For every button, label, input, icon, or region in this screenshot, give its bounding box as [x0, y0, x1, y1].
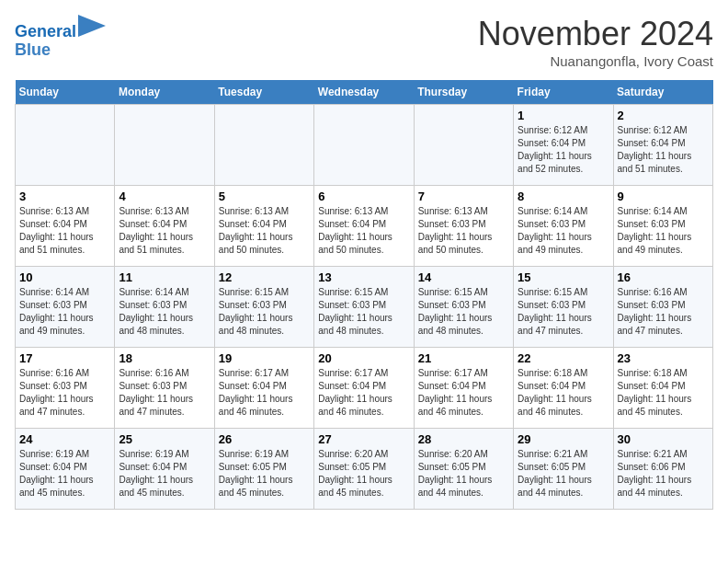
day-number: 13 [318, 270, 409, 284]
day-number: 16 [618, 270, 709, 284]
weekday-header: Thursday [414, 80, 513, 105]
day-number: 18 [119, 351, 210, 365]
calendar-cell: 28Sunrise: 6:20 AM Sunset: 6:05 PM Dayli… [414, 429, 513, 510]
page-header: General Blue November 2024 Nuanangonfla,… [15, 15, 713, 69]
weekday-header: Monday [115, 80, 214, 105]
calendar-cell: 20Sunrise: 6:17 AM Sunset: 6:04 PM Dayli… [314, 348, 414, 429]
day-number: 6 [318, 190, 409, 203]
day-info: Sunrise: 6:21 AM Sunset: 6:05 PM Dayligh… [518, 448, 609, 500]
day-number: 19 [219, 351, 310, 365]
calendar-week: 1Sunrise: 6:12 AM Sunset: 6:04 PM Daylig… [16, 105, 713, 186]
day-info: Sunrise: 6:14 AM Sunset: 6:03 PM Dayligh… [618, 205, 709, 257]
day-number: 27 [318, 432, 409, 446]
day-number: 9 [618, 190, 709, 203]
day-number: 30 [618, 432, 709, 446]
day-number: 2 [618, 109, 709, 122]
calendar-cell: 14Sunrise: 6:15 AM Sunset: 6:03 PM Dayli… [414, 267, 513, 348]
calendar-cell: 30Sunrise: 6:21 AM Sunset: 6:06 PM Dayli… [613, 429, 712, 510]
day-info: Sunrise: 6:17 AM Sunset: 6:04 PM Dayligh… [219, 367, 310, 419]
calendar-cell: 17Sunrise: 6:16 AM Sunset: 6:03 PM Dayli… [16, 348, 115, 429]
calendar-cell: 24Sunrise: 6:19 AM Sunset: 6:04 PM Dayli… [16, 429, 115, 510]
calendar-cell [414, 105, 513, 186]
calendar-cell: 1Sunrise: 6:12 AM Sunset: 6:04 PM Daylig… [514, 105, 613, 186]
day-number: 23 [618, 351, 709, 365]
day-info: Sunrise: 6:14 AM Sunset: 6:03 PM Dayligh… [119, 286, 210, 338]
day-number: 21 [418, 351, 509, 365]
weekday-row: SundayMondayTuesdayWednesdayThursdayFrid… [16, 80, 713, 105]
svg-marker-0 [78, 15, 106, 37]
day-info: Sunrise: 6:21 AM Sunset: 6:06 PM Dayligh… [618, 448, 709, 500]
weekday-header: Saturday [613, 80, 712, 105]
day-info: Sunrise: 6:14 AM Sunset: 6:03 PM Dayligh… [19, 286, 110, 338]
day-number: 10 [19, 270, 110, 284]
calendar-cell: 16Sunrise: 6:16 AM Sunset: 6:03 PM Dayli… [613, 267, 712, 348]
calendar-cell [16, 105, 115, 186]
calendar-body: 1Sunrise: 6:12 AM Sunset: 6:04 PM Daylig… [16, 105, 713, 510]
day-info: Sunrise: 6:19 AM Sunset: 6:04 PM Dayligh… [119, 448, 210, 500]
calendar-cell: 7Sunrise: 6:13 AM Sunset: 6:03 PM Daylig… [414, 186, 513, 267]
location: Nuanangonfla, Ivory Coast [478, 53, 713, 69]
day-info: Sunrise: 6:13 AM Sunset: 6:04 PM Dayligh… [119, 205, 210, 257]
day-number: 22 [518, 351, 609, 365]
day-info: Sunrise: 6:14 AM Sunset: 6:03 PM Dayligh… [518, 205, 609, 257]
day-info: Sunrise: 6:13 AM Sunset: 6:04 PM Dayligh… [318, 205, 409, 257]
day-number: 5 [219, 190, 310, 203]
day-info: Sunrise: 6:12 AM Sunset: 6:04 PM Dayligh… [518, 124, 609, 176]
calendar-cell: 15Sunrise: 6:15 AM Sunset: 6:03 PM Dayli… [514, 267, 613, 348]
day-number: 20 [318, 351, 409, 365]
weekday-header: Sunday [16, 80, 115, 105]
calendar-cell: 11Sunrise: 6:14 AM Sunset: 6:03 PM Dayli… [115, 267, 214, 348]
calendar-week: 17Sunrise: 6:16 AM Sunset: 6:03 PM Dayli… [16, 348, 713, 429]
calendar-cell: 13Sunrise: 6:15 AM Sunset: 6:03 PM Dayli… [314, 267, 414, 348]
day-number: 26 [219, 432, 310, 446]
logo-text: General Blue [15, 15, 106, 60]
calendar-week: 24Sunrise: 6:19 AM Sunset: 6:04 PM Dayli… [16, 429, 713, 510]
day-info: Sunrise: 6:12 AM Sunset: 6:04 PM Dayligh… [618, 124, 709, 176]
day-number: 24 [19, 432, 110, 446]
day-number: 17 [19, 351, 110, 365]
day-info: Sunrise: 6:19 AM Sunset: 6:04 PM Dayligh… [19, 448, 110, 500]
calendar-week: 10Sunrise: 6:14 AM Sunset: 6:03 PM Dayli… [16, 267, 713, 348]
day-number: 25 [119, 432, 210, 446]
logo-icon [78, 15, 106, 37]
day-number: 28 [418, 432, 509, 446]
logo: General Blue [15, 15, 106, 60]
calendar-cell: 29Sunrise: 6:21 AM Sunset: 6:05 PM Dayli… [514, 429, 613, 510]
day-number: 11 [119, 270, 210, 284]
day-number: 1 [518, 109, 609, 122]
day-info: Sunrise: 6:16 AM Sunset: 6:03 PM Dayligh… [119, 367, 210, 419]
calendar-cell: 18Sunrise: 6:16 AM Sunset: 6:03 PM Dayli… [115, 348, 214, 429]
day-number: 29 [518, 432, 609, 446]
month-title: November 2024 [478, 15, 713, 53]
weekday-header: Wednesday [314, 80, 414, 105]
calendar-cell: 23Sunrise: 6:18 AM Sunset: 6:04 PM Dayli… [613, 348, 712, 429]
day-number: 15 [518, 270, 609, 284]
day-info: Sunrise: 6:15 AM Sunset: 6:03 PM Dayligh… [219, 286, 310, 338]
calendar-header: SundayMondayTuesdayWednesdayThursdayFrid… [16, 80, 713, 105]
day-number: 7 [418, 190, 509, 203]
calendar-cell: 8Sunrise: 6:14 AM Sunset: 6:03 PM Daylig… [514, 186, 613, 267]
day-info: Sunrise: 6:17 AM Sunset: 6:04 PM Dayligh… [418, 367, 509, 419]
day-number: 14 [418, 270, 509, 284]
day-info: Sunrise: 6:16 AM Sunset: 6:03 PM Dayligh… [19, 367, 110, 419]
calendar-cell: 22Sunrise: 6:18 AM Sunset: 6:04 PM Dayli… [514, 348, 613, 429]
calendar-cell: 27Sunrise: 6:20 AM Sunset: 6:05 PM Dayli… [314, 429, 414, 510]
day-number: 3 [19, 190, 110, 203]
calendar-week: 3Sunrise: 6:13 AM Sunset: 6:04 PM Daylig… [16, 186, 713, 267]
calendar-cell [115, 105, 214, 186]
day-info: Sunrise: 6:18 AM Sunset: 6:04 PM Dayligh… [618, 367, 709, 419]
calendar-cell: 3Sunrise: 6:13 AM Sunset: 6:04 PM Daylig… [16, 186, 115, 267]
calendar-cell: 12Sunrise: 6:15 AM Sunset: 6:03 PM Dayli… [214, 267, 313, 348]
day-info: Sunrise: 6:19 AM Sunset: 6:05 PM Dayligh… [219, 448, 310, 500]
weekday-header: Tuesday [214, 80, 313, 105]
weekday-header: Friday [514, 80, 613, 105]
calendar-cell: 2Sunrise: 6:12 AM Sunset: 6:04 PM Daylig… [613, 105, 712, 186]
calendar-cell [314, 105, 414, 186]
calendar-cell: 6Sunrise: 6:13 AM Sunset: 6:04 PM Daylig… [314, 186, 414, 267]
calendar-cell: 9Sunrise: 6:14 AM Sunset: 6:03 PM Daylig… [613, 186, 712, 267]
calendar-cell [214, 105, 313, 186]
title-section: November 2024 Nuanangonfla, Ivory Coast [478, 15, 713, 69]
calendar-table: SundayMondayTuesdayWednesdayThursdayFrid… [15, 80, 713, 510]
calendar-cell: 25Sunrise: 6:19 AM Sunset: 6:04 PM Dayli… [115, 429, 214, 510]
calendar-cell: 19Sunrise: 6:17 AM Sunset: 6:04 PM Dayli… [214, 348, 313, 429]
